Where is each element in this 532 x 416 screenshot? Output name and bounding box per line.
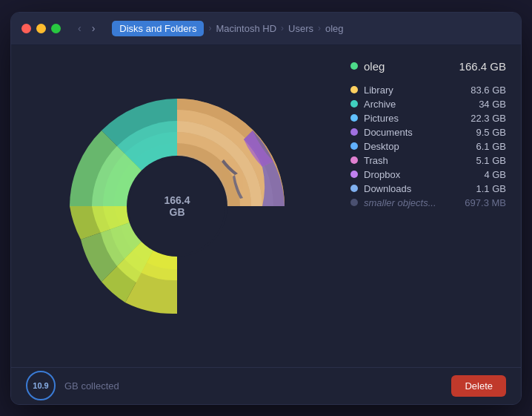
item-size: 4 GB [454,169,506,180]
sidebar: oleg 166.4 GB Library83.6 GBArchive34 GB… [343,45,521,367]
root-name: oleg [364,60,385,73]
close-button[interactable] [21,24,31,33]
item-dot [350,114,358,122]
item-size: 34 GB [454,99,506,110]
sidebar-items-list: Library83.6 GBArchive34 GBPictures22.3 G… [350,83,506,210]
item-name: Library [364,85,393,96]
item-size: 22.3 GB [454,113,506,124]
back-arrow[interactable]: ‹ [74,21,85,36]
sidebar-item[interactable]: Desktop6.1 GB [350,139,506,153]
root-size: 166.4 GB [459,60,506,73]
forward-arrow[interactable]: › [88,21,99,36]
item-dot [350,142,358,150]
item-size: 5.1 GB [454,155,506,166]
sidebar-item[interactable]: smaller objects...697.3 MB [350,196,506,210]
breadcrumb-disks-and-folders[interactable]: Disks and Folders [112,21,204,36]
sunburst-svg [59,65,296,347]
item-dot [350,86,358,93]
breadcrumb-users[interactable]: Users [288,23,313,34]
collected-badge: 10.9 [26,371,56,400]
item-name: Downloads [364,183,411,194]
item-name: Documents [364,127,413,138]
sidebar-item[interactable]: Documents9.5 GB [350,125,506,139]
item-dot [350,171,358,178]
item-size: 6.1 GB [454,141,506,152]
fullscreen-button[interactable] [51,24,61,33]
nav-arrows: ‹ › [74,21,99,36]
item-size: 83.6 GB [454,85,506,96]
minimize-button[interactable] [36,24,46,33]
item-size: 9.5 GB [454,127,506,138]
root-dot [350,62,358,70]
sidebar-item[interactable]: Library83.6 GB [350,83,506,97]
main-window: ‹ › Disks and Folders › Macintosh HD › U… [10,12,522,405]
sidebar-title: oleg [350,60,385,73]
footer: 10.9 GB collected Delete [11,367,521,404]
item-dot [350,185,358,192]
item-dot [350,128,358,136]
collected-label: GB collected [64,380,442,392]
sunburst-chart[interactable]: 166.4 GB [59,65,296,347]
sidebar-item[interactable]: Downloads1.1 GB [350,182,506,196]
item-name: Archive [364,99,396,110]
item-dot [350,156,358,164]
item-name: smaller objects... [364,197,436,208]
breadcrumb-macintosh-hd[interactable]: Macintosh HD [216,23,276,34]
svg-point-1 [129,158,225,254]
sidebar-item[interactable]: Dropbox4 GB [350,168,506,182]
titlebar: ‹ › Disks and Folders › Macintosh HD › U… [11,13,521,45]
breadcrumb-oleg[interactable]: oleg [325,23,344,34]
content-area: 166.4 GB oleg 166.4 GB Library83.6 GBArc… [11,45,521,367]
traffic-lights [21,24,61,33]
item-size: 1.1 GB [454,183,506,194]
sidebar-item[interactable]: Trash5.1 GB [350,153,506,168]
item-dot [350,100,358,108]
breadcrumbs: Disks and Folders › Macintosh HD › Users… [112,21,343,36]
item-dot [350,199,358,206]
item-name: Dropbox [364,169,400,180]
sidebar-item[interactable]: Pictures22.3 GB [350,111,506,125]
collected-value: 10.9 [33,381,48,390]
sidebar-item[interactable]: Archive34 GB [350,97,506,111]
item-name: Pictures [364,113,399,124]
item-name: Desktop [364,141,399,152]
item-size: 697.3 MB [454,197,506,208]
chart-area: 166.4 GB [11,45,343,367]
item-name: Trash [364,155,388,166]
delete-button[interactable]: Delete [451,375,506,397]
sidebar-header: oleg 166.4 GB [350,60,506,73]
